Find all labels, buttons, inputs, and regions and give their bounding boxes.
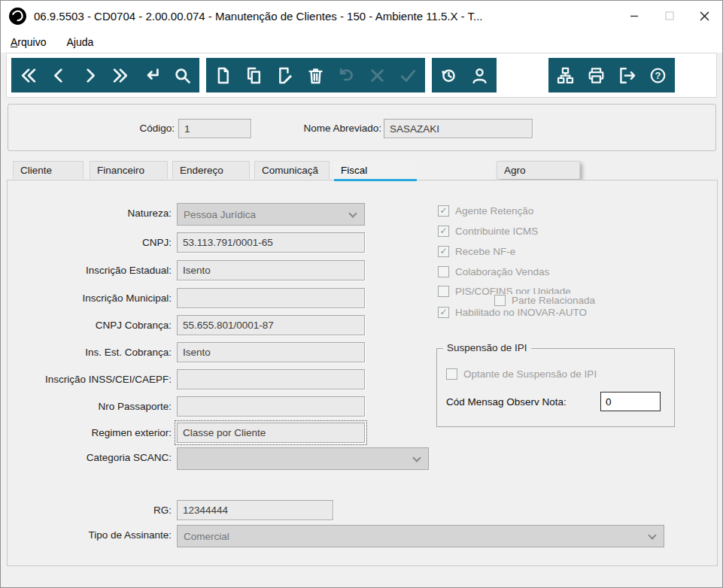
toolbar-group-extras (432, 58, 497, 92)
ins-est-cobranca-field[interactable]: Isento (177, 342, 365, 362)
cod-mensag-value: 0 (606, 396, 612, 408)
close-button[interactable] (687, 1, 722, 31)
exit-button[interactable] (612, 58, 642, 92)
inscricao-municipal-label: Inscrição Municipal: (8, 292, 172, 304)
suspensao-ipi-group: Suspensão de IPI Optante de Suspensão de… (436, 348, 675, 427)
print-button[interactable] (581, 58, 612, 92)
nro-passaporte-label: Nro Passaporte: (8, 401, 172, 412)
cnpj-row: CNPJ: 53.113.791/0001-65 (8, 232, 717, 255)
delete-record-button[interactable] (300, 58, 331, 92)
tab-endereco[interactable]: Endereço (172, 161, 250, 179)
checkbox-recebe-nfe[interactable]: ✓ Recebe NF-e (438, 246, 515, 257)
previous-record-icon (49, 65, 69, 86)
toolbar: ? (6, 53, 717, 98)
next-record-icon (80, 65, 100, 86)
checkbox-box: ✓ (438, 205, 449, 217)
cnpj-field[interactable]: 53.113.791/0001-65 (177, 232, 365, 253)
tipo-assinante-select[interactable]: Comercial (177, 525, 664, 547)
edit-record-button[interactable] (269, 58, 300, 92)
help-icon: ? (648, 65, 668, 86)
undo-icon (336, 65, 357, 86)
menu-arquivo[interactable]: Arquivo (11, 36, 46, 48)
categoria-scanc-select[interactable] (177, 447, 429, 470)
categoria-scanc-label: Categoria SCANC: (8, 452, 172, 463)
menu-ajuda[interactable]: Ajuda (66, 36, 93, 48)
checkbox-habilitado-inovar-auto[interactable]: ✓ Habilitado no INOVAR-AUTO (438, 307, 587, 318)
copy-record-icon (244, 65, 264, 86)
related-programs-button[interactable] (550, 58, 581, 92)
checkbox-optante-suspensao-ipi[interactable]: Optante de Suspensão de IPI (446, 368, 597, 380)
chevron-down-icon (648, 531, 656, 539)
app-icon (8, 7, 27, 26)
menu-arquivo-mnemonic: A (11, 36, 17, 48)
inscricao-inss-label: Inscrição INSS/CEI/CAEPF: (8, 374, 172, 385)
record-header: Código: 1 Nome Abreviado: SASAZAKI (8, 104, 716, 151)
inscricao-estadual-field[interactable]: Isento (177, 260, 365, 280)
regimen-exterior-value: Classe por Cliente (183, 427, 266, 438)
toolbar-group-system: ? (548, 58, 675, 92)
next-record-button[interactable] (74, 58, 105, 92)
go-to-icon (141, 65, 162, 86)
user-button[interactable] (464, 58, 495, 92)
undo-button[interactable] (331, 58, 362, 92)
tab-cliente[interactable]: Cliente (13, 161, 84, 179)
delete-record-icon (305, 65, 326, 86)
tipo-assinante-row: Tipo de Assinante: Comercial (8, 525, 717, 547)
minimize-button[interactable] (616, 1, 652, 31)
cod-mensag-field[interactable]: 0 (600, 392, 661, 411)
natureza-select[interactable]: Pessoa Jurídica (177, 203, 365, 226)
tipo-assinante-label: Tipo de Assinante: (8, 529, 172, 541)
inscricao-inss-field[interactable] (177, 369, 365, 389)
tab-comunicacao[interactable]: Comunicaçã (254, 161, 330, 179)
codigo-field[interactable]: 1 (178, 119, 251, 138)
cnpj-cobranca-row: CNPJ Cobrança: 55.655.801/0001-87 (8, 315, 717, 338)
chevron-down-icon (348, 209, 357, 217)
cnpj-cobranca-field[interactable]: 55.655.801/0001-87 (177, 315, 365, 335)
copy-record-button[interactable] (238, 58, 269, 92)
tab-fiscal[interactable]: Fiscal (334, 161, 417, 181)
cancel-button[interactable] (362, 58, 393, 92)
maximize-button[interactable] (652, 1, 687, 31)
help-button[interactable]: ? (642, 58, 673, 92)
cod-mensag-label: Cód Mensag Observ Nota: (446, 396, 567, 408)
checkbox-label: Recebe NF-e (455, 246, 515, 257)
nome-abreviado-field[interactable]: SASAZAKI (384, 119, 533, 138)
last-record-icon (111, 65, 131, 86)
nro-passaporte-field[interactable] (177, 396, 365, 417)
natureza-row: Natureza: Pessoa Jurídica (8, 203, 717, 226)
previous-record-button[interactable] (44, 58, 74, 92)
regimen-exterior-field[interactable]: Classe por Cliente (177, 423, 365, 443)
last-record-button[interactable] (105, 58, 136, 92)
history-icon (439, 65, 459, 86)
menubar: Arquivo Ajuda (1, 31, 722, 53)
checkbox-agente-retencao[interactable]: ✓ Agente Retenção (438, 205, 533, 217)
checkbox-box: ✓ (438, 307, 449, 318)
checkbox-label: Optante de Suspensão de IPI (463, 368, 597, 380)
go-to-button[interactable] (136, 58, 167, 92)
ins-est-cobranca-value: Isento (183, 347, 211, 358)
tab-financeiro[interactable]: Financeiro (90, 161, 168, 179)
ins-est-cobranca-label: Ins. Est. Cobrança: (8, 347, 172, 358)
checkbox-colaboracao-vendas[interactable]: Colaboração Vendas (438, 266, 549, 277)
inscricao-municipal-field[interactable] (177, 288, 365, 308)
search-button[interactable] (167, 58, 198, 92)
checkbox-contribuinte-icms[interactable]: ✓ Contribuinte ICMS (438, 226, 538, 237)
tab-agro[interactable]: Agro (497, 161, 580, 179)
window-controls (616, 1, 722, 31)
rg-field[interactable]: 12344444 (177, 500, 333, 520)
new-record-button[interactable] (208, 58, 238, 92)
first-record-button[interactable] (13, 58, 44, 92)
exit-icon (617, 65, 637, 86)
nome-abreviado-label: Nome Abreviado: (257, 123, 381, 134)
confirm-icon (398, 65, 418, 86)
categoria-scanc-row: Categoria SCANC: (8, 447, 717, 470)
check-icon: ✓ (439, 308, 447, 317)
inscricao-estadual-label: Inscrição Estadual: (8, 265, 172, 276)
checkbox-box: ✓ (438, 246, 449, 257)
history-button[interactable] (433, 58, 464, 92)
checkbox-box (438, 266, 449, 277)
close-icon (700, 11, 709, 21)
confirm-button[interactable] (393, 58, 424, 92)
checkbox-parte-relacionada[interactable]: Parte Relacionada (494, 294, 597, 307)
user-icon (469, 65, 490, 86)
